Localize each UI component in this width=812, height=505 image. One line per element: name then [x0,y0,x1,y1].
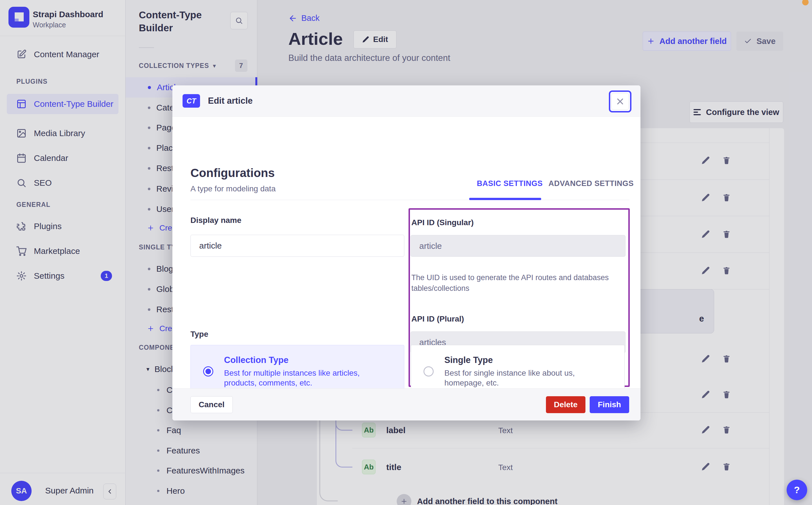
api-id-plural-label: API ID (Plural) [412,315,464,324]
radio-unselected-icon[interactable] [424,366,434,376]
edit-article-modal: CT Edit article Configurations A type fo… [172,86,641,420]
content-type-badge: CT [183,94,200,108]
tab-basic-settings[interactable]: BASIC SETTINGS [477,179,543,188]
cancel-button[interactable]: Cancel [191,396,233,413]
api-id-singular-label: API ID (Singular) [412,218,474,227]
close-icon [611,93,629,110]
api-id-singular-input [411,235,625,257]
configurations-title: Configurations [191,166,275,180]
tab-advanced-settings[interactable]: ADVANCED SETTINGS [549,179,634,188]
collection-type-description: Best for multiple instances like article… [224,368,388,388]
modal-header: CT Edit article [172,86,641,117]
tabs-divider [191,200,629,200]
active-tab-indicator [469,198,541,200]
collection-type-title: Collection Type [224,355,388,365]
finish-button[interactable]: Finish [590,396,629,413]
strapi-dashboard-screen: Strapi Dashboard Workplace Content Manag… [0,0,812,505]
modal-footer: Cancel Delete Finish [172,388,641,420]
single-type-description: Best for single instance like about us, … [444,368,616,388]
delete-button[interactable]: Delete [546,396,585,413]
help-button[interactable]: ? [787,480,807,500]
modal-body: Configurations A type for modeling data … [172,117,641,388]
display-name-label: Display name [191,216,241,225]
api-id-singular-hint: The UID is used to generate the API rout… [412,272,609,294]
single-type-title: Single Type [444,355,616,365]
display-name-input[interactable] [191,235,404,257]
type-label: Type [191,330,208,339]
configurations-subtitle: A type for modeling data [191,184,276,193]
close-modal-button[interactable] [609,91,631,113]
modal-title: Edit article [208,96,253,106]
radio-selected-icon[interactable] [203,366,213,376]
